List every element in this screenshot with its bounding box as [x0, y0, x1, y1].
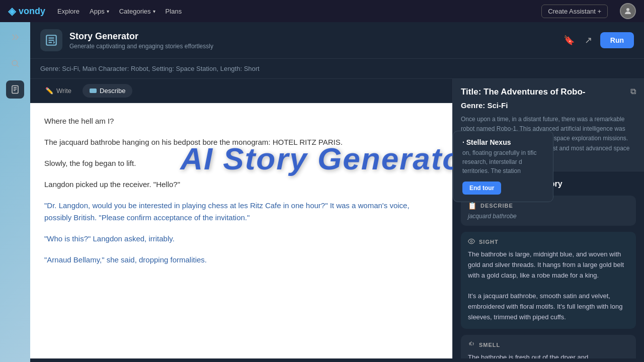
app-info: Story Generator Generate captivating and… [69, 31, 554, 50]
logo[interactable]: ◈ vondy [8, 5, 45, 17]
logo-icon: ◈ [8, 5, 16, 17]
bookmark-button[interactable]: 🔖 [561, 33, 577, 48]
run-button[interactable]: Run [600, 32, 634, 48]
write-area: ✏️ Write Describe Where the hell am I? T… [30, 79, 453, 358]
avatar[interactable] [620, 3, 636, 19]
content-split: ✏️ Write Describe Where the hell am I? T… [30, 79, 644, 358]
sight-icon [468, 238, 475, 246]
end-tour-button[interactable]: End tour [462, 182, 501, 195]
write-icon: ✏️ [45, 87, 53, 95]
navbar: ◈ vondy Explore Apps ▾ Categories ▾ Plan… [0, 0, 644, 22]
history-describe-header: 📋 DESCRIBE [468, 202, 629, 210]
tour-popup-text: on, floating gracefully in tific researc… [462, 148, 544, 175]
story-paragraph-1: Where the hell am I? [44, 115, 438, 127]
history-sight-item: SIGHT The bathrobe is large, midnight bl… [461, 232, 636, 329]
story-paragraph-5: "Dr. Langdon, would you be interested in… [44, 200, 438, 224]
describe-history-icon: 📋 [468, 202, 476, 210]
describe-icon [90, 88, 97, 93]
navbar-links: Explore Apps ▾ Categories ▾ Plans [57, 8, 182, 15]
logo-text: vondy [19, 6, 45, 17]
sidebar-document-icon[interactable] [6, 80, 24, 99]
describe-label: DESCRIBE [480, 203, 513, 209]
chevron-down-icon: ▾ [107, 9, 109, 14]
story-output-title: Title: The Adventures of Robo- [461, 87, 585, 97]
story-output-header: Title: The Adventures of Robo- ⧉ [461, 87, 636, 97]
nav-explore[interactable]: Explore [57, 8, 79, 15]
app-title: Story Generator [69, 31, 554, 42]
story-paragraph-4: Langdon picked up the receiver. "Hello?" [44, 178, 438, 191]
tour-popup: · Stellar Nexus on, floating gracefully … [453, 131, 553, 202]
smell-body: The bathrobe is fresh out of the dryer a… [468, 352, 629, 358]
tour-popup-title: · Stellar Nexus [462, 138, 544, 146]
result-area: Title: The Adventures of Robo- ⧉ Genre: … [453, 79, 644, 358]
nav-plans[interactable]: Plans [166, 8, 182, 15]
story-paragraph-7: "Arnaud Bellamy," she said, dropping for… [44, 254, 438, 266]
story-paragraph-3: Slowly, the fog began to lift. [44, 157, 438, 169]
story-paragraph-6: "Who is this?" Langdon asked, irritably. [44, 233, 438, 245]
story-output-genre: Genre: Sci-Fi [461, 101, 636, 110]
sidebar-collapse-icon[interactable] [6, 28, 24, 46]
input-value: Genre: Sci-Fi, Main Character: Robot, Se… [40, 65, 634, 72]
sight-label: SIGHT [479, 239, 499, 245]
smell-label: SMELL [479, 342, 500, 348]
left-sidebar [0, 22, 30, 362]
describe-value: jacquard bathrobe [468, 213, 629, 220]
history-sight-header: SIGHT [468, 238, 629, 246]
nav-apps[interactable]: Apps ▾ [90, 8, 109, 15]
story-paragraph-2: The jacquard bathrobe hanging on his bed… [44, 136, 438, 148]
sidebar-search-icon[interactable] [6, 54, 24, 72]
app-description: Generate captivating and engaging storie… [69, 43, 554, 50]
app-icon [40, 29, 62, 51]
chevron-down-icon: ▾ [153, 9, 155, 14]
copy-icon[interactable]: ⧉ [630, 87, 636, 96]
create-assistant-button[interactable]: Create Assistant + [541, 5, 608, 18]
share-button[interactable]: ↗ [583, 33, 594, 48]
write-tab[interactable]: ✏️ Write [38, 84, 78, 98]
describe-tab[interactable]: Describe [83, 84, 132, 98]
svg-point-0 [626, 8, 629, 11]
sight-body: The bathrobe is large, midnight blue, an… [468, 249, 629, 323]
svg-point-4 [470, 240, 472, 242]
app-header: Story Generator Generate captivating and… [30, 22, 644, 59]
nav-categories[interactable]: Categories ▾ [119, 8, 155, 15]
write-tabs: ✏️ Write Describe [30, 79, 452, 103]
app-actions: 🔖 ↗ Run [561, 32, 634, 48]
input-area: Genre: Sci-Fi, Main Character: Robot, Se… [30, 59, 644, 79]
story-content: Where the hell am I? The jacquard bathro… [30, 103, 452, 358]
smell-icon [468, 341, 475, 349]
history-smell-item: SMELL The bathrobe is fresh out of the d… [461, 335, 636, 358]
svg-point-1 [12, 60, 18, 66]
history-smell-header: SMELL [468, 341, 629, 349]
